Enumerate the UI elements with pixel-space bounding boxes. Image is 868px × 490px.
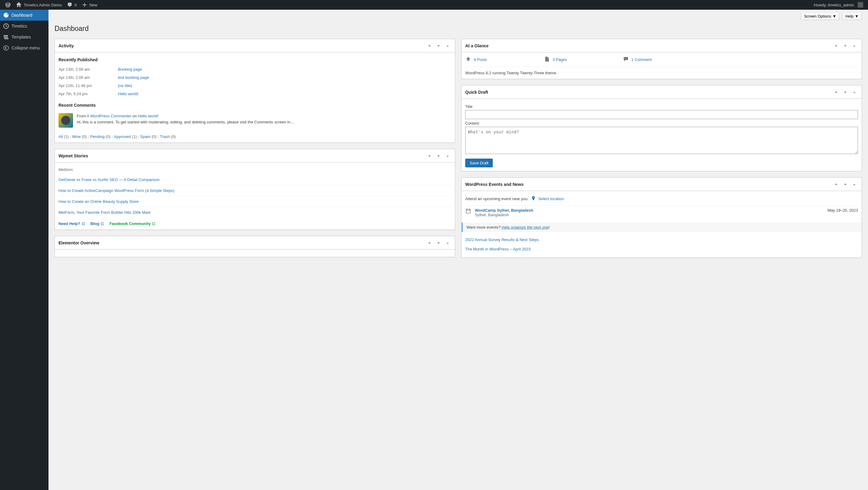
toggle-button[interactable]	[851, 42, 858, 50]
move-down-button[interactable]	[842, 181, 849, 188]
move-up-button[interactable]	[833, 42, 840, 50]
move-down-button[interactable]	[435, 42, 442, 50]
help-organize-link[interactable]: Help organize the next one	[502, 225, 549, 230]
filter-link[interactable]: Trash	[160, 134, 170, 139]
comment-author-link[interactable]: A WordPress Commenter	[87, 114, 131, 118]
want-more-text: Want more events?	[466, 225, 502, 230]
sidebar-item-label: Dashboard	[11, 13, 32, 18]
activity-title: Activity	[59, 44, 74, 48]
sidebar-item-label: Timetics	[11, 24, 27, 29]
plus-icon	[82, 2, 88, 8]
glance-posts: 4 Posts	[465, 56, 526, 63]
bang: !	[549, 225, 550, 230]
content-label: Content	[465, 121, 858, 125]
move-up-button[interactable]	[426, 42, 433, 50]
comment-text: Hi, this is a comment. To get started wi…	[77, 119, 451, 125]
admin-bar: Timetics Admin Demo 0 New Howdy, timetic…	[0, 0, 868, 10]
comment-item: From A WordPress Commenter on Hello worl…	[59, 111, 451, 130]
caret-down-icon: ▼	[833, 14, 836, 19]
content-textarea[interactable]	[465, 127, 858, 154]
avatar	[858, 2, 863, 7]
sidebar-item-templates[interactable]: Templates	[0, 32, 49, 42]
wordcamp-icon	[465, 208, 471, 217]
my-account[interactable]: Howdy, timetics_admin	[811, 0, 866, 10]
story-link[interactable]: How to Create ActiveCampaign WordPress F…	[59, 185, 451, 196]
comment-icon	[67, 2, 73, 8]
toggle-button[interactable]	[851, 89, 858, 96]
facebook-community-link[interactable]: Facebook Community	[110, 221, 155, 226]
glance-pages: 3 Pages	[544, 56, 604, 63]
help-label: Help	[845, 14, 854, 19]
glance-title: At a Glance	[465, 44, 489, 48]
move-up-button[interactable]	[833, 89, 840, 96]
filter-link[interactable]: Spam	[140, 134, 151, 139]
posts-link[interactable]: 4 Posts	[474, 57, 487, 62]
post-link[interactable]: Hello world!	[118, 92, 138, 96]
on-label: on	[131, 114, 138, 118]
collapse-icon	[3, 45, 9, 51]
select-location-link[interactable]: Select location	[538, 197, 564, 201]
elementor-overview-widget: Elementor Overview	[55, 236, 455, 257]
comments-count: 0	[74, 3, 77, 7]
activity-widget: Activity Recently Published Apr 13th, 2:…	[55, 39, 455, 143]
filter-link[interactable]: Pending	[90, 134, 104, 139]
filter-link[interactable]: All	[59, 134, 63, 139]
title-input[interactable]	[465, 110, 858, 119]
move-up-button[interactable]	[426, 239, 433, 247]
timetics-icon	[3, 23, 9, 29]
toggle-button[interactable]	[444, 239, 451, 247]
news-link[interactable]: The Month in WordPress – April 2023	[465, 244, 858, 254]
post-link[interactable]: test booking page	[118, 75, 149, 80]
help-button[interactable]: Help ▼	[842, 13, 862, 20]
sidebar-item-dashboard[interactable]: Dashboard	[0, 10, 49, 21]
comments-link[interactable]: 0	[64, 0, 79, 10]
want-more-box: Want more events? Help organize the next…	[462, 223, 862, 232]
move-down-button[interactable]	[842, 42, 849, 50]
move-down-button[interactable]	[435, 152, 442, 160]
need-help-link[interactable]: Need Help?	[59, 221, 85, 226]
site-name-link[interactable]: Timetics Admin Demo	[13, 0, 64, 10]
comment-icon	[623, 56, 629, 63]
news-link[interactable]: 2022 Annual Survey Results & Next Steps	[465, 235, 858, 244]
dashboard-icon	[3, 12, 9, 18]
filter-link[interactable]: Mine	[72, 134, 81, 139]
title-label: Title	[465, 104, 858, 109]
move-up-button[interactable]	[426, 152, 433, 160]
post-link[interactable]: Booking page	[118, 67, 142, 71]
blog-link[interactable]: Blog	[91, 221, 104, 226]
wpmet-stories-widget: Wpmet Stories Metform GetGenie vs Frase …	[55, 149, 455, 230]
admin-sidebar: Dashboard Timetics Templates Collapse me…	[0, 10, 49, 270]
publish-date: Apr 13th, 2:06 am	[59, 75, 101, 80]
event-row: WordCamp Sylhet, Bangladesh Sylhet, Bang…	[465, 205, 858, 220]
move-up-button[interactable]	[833, 181, 840, 188]
move-down-button[interactable]	[842, 89, 849, 96]
from-label: From	[77, 114, 87, 118]
home-icon	[16, 2, 22, 8]
comment-post-link[interactable]: Hello world!	[138, 114, 158, 118]
sidebar-item-collapse[interactable]: Collapse menu	[0, 42, 49, 53]
filter-link[interactable]: Approved	[114, 134, 131, 139]
save-draft-button[interactable]: Save Draft	[465, 158, 493, 167]
sidebar-item-label: Collapse menu	[11, 46, 40, 50]
story-link[interactable]: How to Create an Online Beauty Supply St…	[59, 196, 451, 207]
published-row: Apr 13th, 2:08 amBooking page	[59, 65, 451, 74]
filter-count: (1)	[63, 134, 69, 139]
event-name-link[interactable]: WordCamp Sylhet, Bangladesh	[475, 208, 533, 212]
move-down-button[interactable]	[435, 239, 442, 247]
toggle-button[interactable]	[444, 152, 451, 160]
screen-options-button[interactable]: Screen Options ▼	[801, 13, 839, 20]
wordpress-icon	[5, 2, 11, 8]
new-content-link[interactable]: New	[79, 0, 100, 10]
toggle-button[interactable]	[444, 42, 451, 50]
filter-count: (0)	[151, 134, 157, 139]
sidebar-item-timetics[interactable]: Timetics	[0, 21, 49, 32]
wp-logo[interactable]	[2, 0, 13, 10]
post-link[interactable]: (no title)	[118, 83, 132, 88]
toggle-button[interactable]	[851, 181, 858, 188]
story-link[interactable]: GetGenie vs Frase vs Surfer SEO — A Deta…	[59, 174, 451, 185]
comments-link[interactable]: 1 Comment	[631, 57, 652, 62]
story-link[interactable]: MetForm, Your Favorite Form Builder Hits…	[59, 207, 451, 218]
svg-point-1	[4, 46, 8, 50]
pages-link[interactable]: 3 Pages	[553, 57, 567, 62]
recent-comments-heading: Recent Comments	[59, 103, 451, 108]
